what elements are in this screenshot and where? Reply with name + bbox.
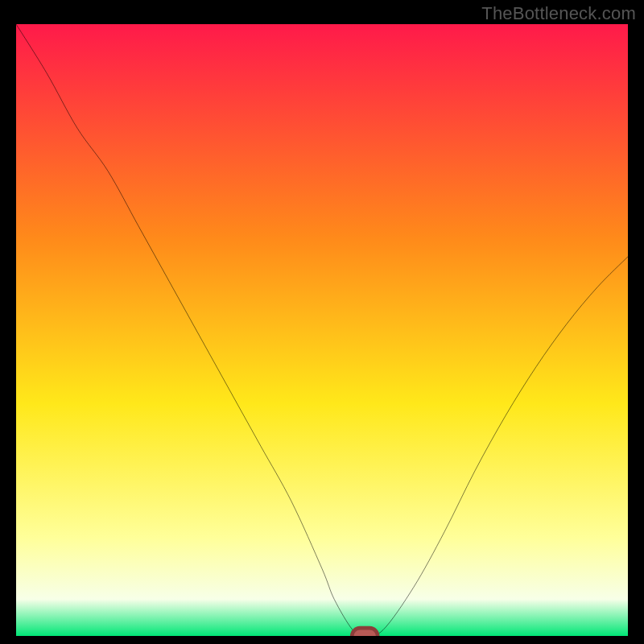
watermark-text: TheBottleneck.com <box>481 3 636 24</box>
chart-frame: TheBottleneck.com <box>0 0 644 644</box>
plot-svg <box>16 24 628 636</box>
gradient-background <box>16 24 628 636</box>
plot-area <box>16 24 628 636</box>
optimal-marker <box>352 628 378 636</box>
